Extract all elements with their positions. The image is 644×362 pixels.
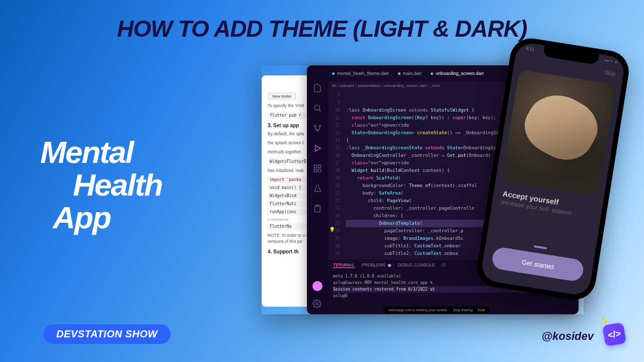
extensions-icon[interactable] [313, 164, 322, 173]
svg-point-2 [319, 125, 320, 127]
share-text: melonapp.com is sharing your screen. [388, 308, 448, 312]
channel-logo: ✨ </> [601, 318, 630, 347]
onboarding-text: Accept yourself Increase your self- este… [501, 189, 594, 221]
search-icon[interactable] [313, 104, 322, 113]
debug-icon[interactable] [313, 144, 322, 153]
account-icon[interactable] [312, 281, 323, 291]
show-badge: DEVSTATION SHOW [43, 324, 171, 344]
svg-point-1 [314, 125, 316, 127]
tab-theme[interactable]: mental_heath_theme.dart [332, 71, 389, 76]
status-time: 9:11 [525, 46, 535, 52]
skip-button[interactable]: Skip [604, 69, 616, 77]
app-title: Mental Health App [40, 136, 162, 234]
tab-output[interactable]: O [442, 262, 446, 268]
activity-bar [307, 65, 328, 314]
gear-icon[interactable] [312, 299, 321, 308]
screen-share-bar: melonapp.com is sharing your screen. Sto… [383, 307, 490, 313]
tab-onboarding[interactable]: onboarding_screen.dart [431, 71, 484, 76]
tab-terminal[interactable]: TERMINAL [333, 262, 355, 268]
clipboard-icon[interactable] [313, 204, 322, 213]
svg-marker-4 [315, 145, 321, 151]
hide-button[interactable]: Hide [478, 308, 485, 312]
tab-main[interactable]: main.dart [398, 71, 422, 76]
notch [543, 45, 599, 65]
app-title-line: Mental [40, 136, 162, 168]
tab-problems[interactable]: PROBLEMS [362, 262, 391, 268]
files-icon[interactable] [313, 83, 322, 93]
svg-rect-7 [314, 169, 316, 172]
app-title-line: Health [73, 168, 162, 201]
doc-comment: // whenever [268, 217, 288, 222]
stop-sharing-button[interactable]: Stop sharing [453, 308, 472, 312]
branch-icon[interactable] [313, 124, 322, 133]
svg-rect-5 [314, 165, 316, 167]
status-icons: ••• ᯤ ▮ [604, 58, 617, 65]
onboarding-image [502, 69, 616, 197]
get-started-button[interactable]: Get started [491, 246, 585, 283]
page-indicator [534, 245, 547, 249]
flask-icon[interactable] [313, 184, 322, 193]
lightbulb-icon[interactable]: 💡 [329, 227, 335, 232]
svg-rect-8 [318, 169, 321, 172]
svg-point-11 [316, 303, 318, 305]
page-title: HOW TO ADD THEME (LIGHT & DARK) [117, 15, 527, 42]
app-title-line: App [53, 201, 162, 234]
svg-rect-6 [318, 165, 321, 167]
new-folder-button[interactable]: New folder [268, 93, 296, 100]
author-handle: @kosidev [542, 330, 594, 343]
svg-point-0 [314, 105, 320, 111]
tab-debug-console[interactable]: DEBUG CONSOLE [398, 262, 435, 268]
